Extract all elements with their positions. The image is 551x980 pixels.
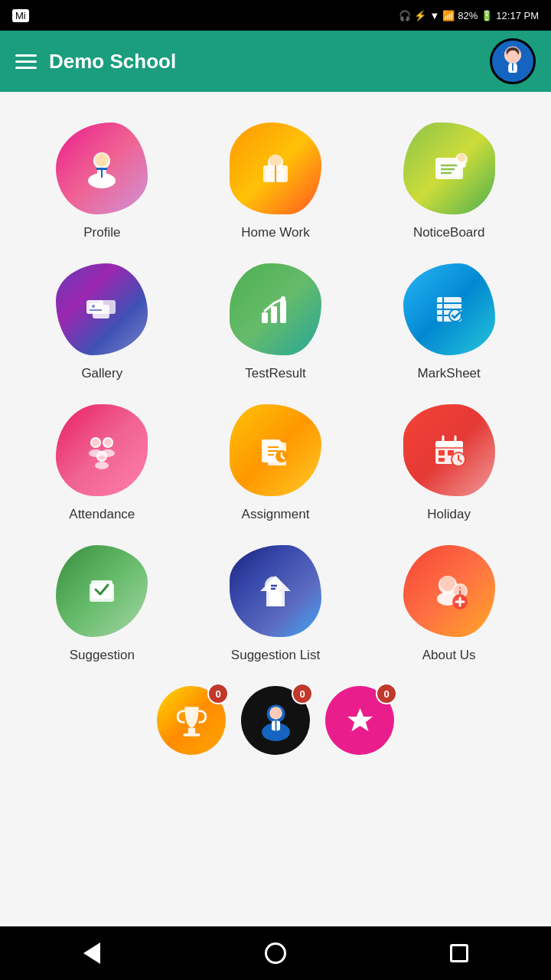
bottom-icons-bar: 0 0 0 xyxy=(0,678,551,763)
gallery-icon xyxy=(79,286,125,332)
svg-rect-83 xyxy=(269,593,282,606)
suggestion-label: Suggestion xyxy=(70,648,135,663)
user-avatar-icon xyxy=(494,42,532,80)
profile-label: Profile xyxy=(83,225,120,240)
top-bar: Demo School xyxy=(0,31,551,92)
aboutus-item[interactable]: About Us xyxy=(362,530,536,671)
testresult-icon-blob xyxy=(230,263,321,355)
menu-grid: Profile Home Work xyxy=(0,100,551,678)
suggestionlist-label: Suggestion List xyxy=(231,648,320,663)
svg-rect-34 xyxy=(90,303,102,312)
user-bottom-badge: 0 xyxy=(292,683,313,704)
recent-button[interactable] xyxy=(444,938,474,969)
star-badge: 0 xyxy=(376,683,397,704)
homework-icon xyxy=(253,145,298,191)
holiday-label: Holiday xyxy=(427,507,471,522)
assignment-icon-blob xyxy=(230,404,321,496)
testresult-item[interactable]: TestResult xyxy=(189,248,363,389)
battery-text: 82% xyxy=(458,10,478,21)
assignment-icon xyxy=(253,427,298,473)
suggestion-icon-blob xyxy=(56,545,148,637)
attendance-item[interactable]: Attendance xyxy=(15,389,189,530)
svg-rect-38 xyxy=(271,306,277,323)
svg-rect-39 xyxy=(280,300,286,323)
aboutus-label: About Us xyxy=(422,648,476,663)
svg-point-6 xyxy=(507,51,519,62)
svg-rect-97 xyxy=(183,733,200,737)
noticeboard-icon-blob xyxy=(403,122,495,214)
svg-rect-67 xyxy=(435,441,463,448)
status-bar: Mi 🎧 ⚡ ▼ 📶 82% 🔋 12:17 PM xyxy=(0,0,551,31)
svg-marker-103 xyxy=(347,708,373,731)
svg-point-55 xyxy=(101,449,115,457)
assignment-item[interactable]: Assignment xyxy=(189,389,363,530)
signal-icon: 📶 xyxy=(442,10,455,21)
battery-icon: 🔋 xyxy=(481,10,493,21)
suggestion-icon xyxy=(79,568,125,614)
home-icon xyxy=(265,942,286,964)
svg-point-35 xyxy=(92,305,95,308)
star-icon xyxy=(339,700,381,742)
trophy-button[interactable]: 0 xyxy=(157,686,226,755)
attendance-icon xyxy=(79,427,125,473)
home-button[interactable] xyxy=(260,938,291,969)
trophy-badge: 0 xyxy=(207,683,229,704)
svg-rect-82 xyxy=(91,580,112,599)
mi-icon: Mi xyxy=(12,9,29,22)
svg-point-29 xyxy=(458,154,465,162)
suggestion-item[interactable]: Suggestion xyxy=(15,530,189,671)
app-title: Demo School xyxy=(49,50,176,74)
user-bottom-button[interactable]: 0 xyxy=(241,686,310,755)
svg-point-51 xyxy=(92,439,99,446)
marksheet-item[interactable]: MarkSheet xyxy=(362,248,536,389)
profile-icon-blob xyxy=(56,122,148,214)
svg-point-17 xyxy=(269,155,282,167)
gallery-item[interactable]: Gallery xyxy=(15,248,189,389)
suggestionlist-icon-blob xyxy=(230,545,321,637)
wifi-icon: ▼ xyxy=(429,10,439,21)
svg-point-40 xyxy=(281,296,285,301)
marksheet-icon xyxy=(426,286,472,332)
gallery-label: Gallery xyxy=(81,366,122,381)
noticeboard-item[interactable]: NoticeBoard xyxy=(362,107,536,248)
recent-icon xyxy=(450,944,468,962)
svg-rect-92 xyxy=(459,590,461,594)
svg-rect-96 xyxy=(187,727,194,733)
svg-point-56 xyxy=(95,462,109,469)
aboutus-icon-blob xyxy=(403,545,495,637)
main-content: Profile Home Work xyxy=(0,92,551,926)
status-right: 🎧 ⚡ ▼ 📶 82% 🔋 12:17 PM xyxy=(399,10,539,21)
svg-point-13 xyxy=(95,153,109,167)
user-avatar-button[interactable] xyxy=(490,38,536,84)
noticeboard-icon xyxy=(426,145,472,191)
top-bar-left: Demo School xyxy=(15,50,176,74)
time: 12:17 PM xyxy=(496,10,539,21)
suggestionlist-item[interactable]: Suggestion List xyxy=(189,530,363,671)
profile-item[interactable]: Profile xyxy=(15,107,189,248)
headphone-icon: 🎧 xyxy=(399,10,411,21)
user-bottom-icon xyxy=(255,700,297,742)
homework-item[interactable]: Home Work xyxy=(189,107,363,248)
attendance-icon-blob xyxy=(56,404,148,496)
testresult-label: TestResult xyxy=(245,366,305,381)
gallery-icon-blob xyxy=(56,263,148,355)
svg-rect-73 xyxy=(439,458,445,462)
svg-point-99 xyxy=(269,707,282,720)
back-button[interactable] xyxy=(77,938,107,969)
noticeboard-label: NoticeBoard xyxy=(413,225,485,240)
star-button[interactable]: 0 xyxy=(325,686,394,755)
hamburger-menu-button[interactable] xyxy=(15,51,37,73)
bluetooth-icon: ⚡ xyxy=(414,10,426,21)
svg-point-52 xyxy=(104,439,112,446)
status-left: Mi xyxy=(12,9,29,22)
suggestionlist-icon xyxy=(253,568,298,614)
svg-rect-71 xyxy=(439,450,445,456)
marksheet-label: MarkSheet xyxy=(418,366,481,381)
attendance-label: Attendance xyxy=(69,507,135,522)
marksheet-icon-blob xyxy=(403,263,495,355)
assignment-label: Assignment xyxy=(242,507,310,522)
holiday-item[interactable]: Holiday xyxy=(362,389,536,530)
testresult-icon xyxy=(253,286,298,332)
homework-icon-blob xyxy=(230,122,321,214)
homework-label: Home Work xyxy=(241,225,309,240)
